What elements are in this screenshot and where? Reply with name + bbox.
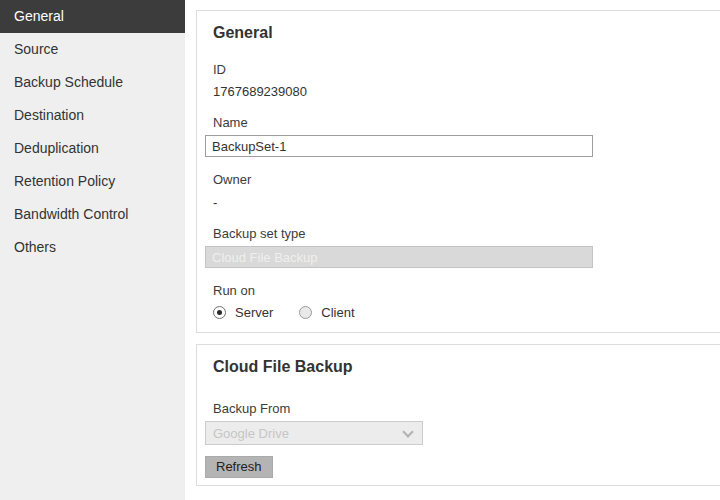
sidebar-item-retention-policy[interactable]: Retention Policy xyxy=(0,165,185,198)
sidebar-item-deduplication[interactable]: Deduplication xyxy=(0,132,185,165)
backup-from-select: Google Drive xyxy=(205,421,423,445)
id-value: 1767689239080 xyxy=(213,85,720,99)
radio-selected-icon xyxy=(213,306,226,319)
backup-from-selected-value: Google Drive xyxy=(213,426,289,441)
cloud-file-backup-panel: Cloud File Backup Backup From Google Dri… xyxy=(196,344,720,486)
sidebar: General Source Backup Schedule Destinati… xyxy=(0,0,185,500)
run-on-client-label: Client xyxy=(321,305,354,320)
owner-label: Owner xyxy=(213,173,720,187)
run-on-radio-group: Server Client xyxy=(213,305,720,319)
general-panel: General ID 1767689239080 Name Owner - Ba… xyxy=(196,10,720,333)
sidebar-item-bandwidth-control[interactable]: Bandwidth Control xyxy=(0,198,185,231)
sidebar-item-destination[interactable]: Destination xyxy=(0,99,185,132)
name-input[interactable] xyxy=(205,135,593,157)
radio-unselected-icon xyxy=(299,306,312,319)
run-on-server-label: Server xyxy=(235,305,273,320)
id-label: ID xyxy=(213,63,720,77)
sidebar-item-others[interactable]: Others xyxy=(0,231,185,264)
sidebar-item-source[interactable]: Source xyxy=(0,33,185,66)
refresh-button[interactable]: Refresh xyxy=(205,456,273,478)
run-on-label: Run on xyxy=(213,284,720,298)
sidebar-item-backup-schedule[interactable]: Backup Schedule xyxy=(0,66,185,99)
run-on-client-radio[interactable]: Client xyxy=(299,305,354,320)
owner-value: - xyxy=(213,196,720,210)
backup-from-label: Backup From xyxy=(213,402,720,416)
sidebar-item-general[interactable]: General xyxy=(0,0,185,33)
backup-set-type-input xyxy=(205,246,593,268)
general-panel-title: General xyxy=(213,24,720,42)
backup-set-type-label: Backup set type xyxy=(213,227,720,241)
cloud-panel-title: Cloud File Backup xyxy=(213,358,720,376)
name-label: Name xyxy=(213,116,720,130)
run-on-server-radio[interactable]: Server xyxy=(213,305,273,320)
chevron-down-icon xyxy=(402,426,413,437)
